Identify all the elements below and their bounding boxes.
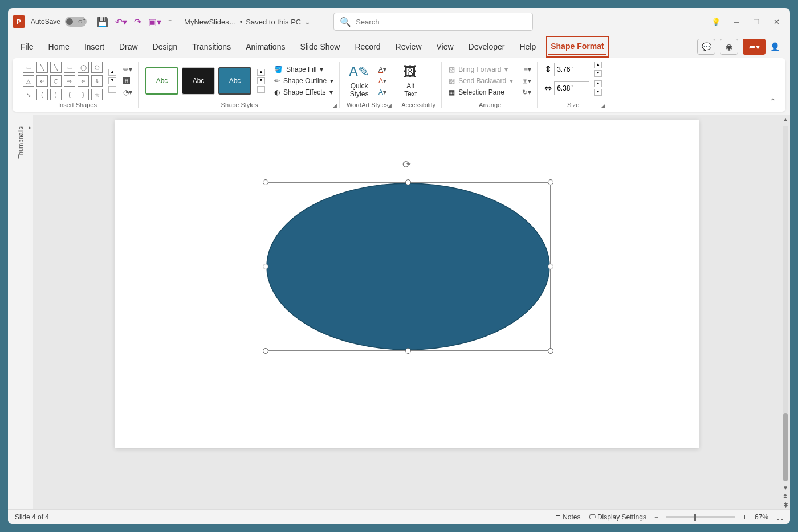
display-settings-button[interactable]: 🖵 Display Settings bbox=[589, 513, 646, 521]
scroll-track[interactable] bbox=[783, 126, 788, 481]
shape-gallery[interactable]: ▭╲╲▭◯⬠ △↩⬡⇨⇦⇩ ↘(){}☆ bbox=[23, 62, 103, 100]
send-backward-button[interactable]: ▨Send Backward ▾ bbox=[449, 77, 513, 85]
spin-down-icon[interactable]: ▼ bbox=[594, 89, 602, 96]
zoom-out-icon[interactable]: − bbox=[654, 513, 658, 521]
tab-shape-format[interactable]: Shape Format bbox=[548, 38, 606, 55]
next-slide-icon[interactable]: ⯯ bbox=[781, 501, 789, 509]
close-icon[interactable]: ✕ bbox=[773, 18, 780, 26]
tab-developer[interactable]: Developer bbox=[466, 39, 507, 55]
tab-design[interactable]: Design bbox=[150, 39, 180, 55]
tab-file[interactable]: File bbox=[18, 39, 36, 55]
tab-record[interactable]: Record bbox=[352, 39, 382, 55]
up-arrow-icon[interactable]: ▲ bbox=[257, 69, 265, 76]
undo-icon[interactable]: ↶▾ bbox=[115, 17, 127, 27]
zoom-in-icon[interactable]: + bbox=[743, 513, 747, 521]
spin-up-icon[interactable]: ▲ bbox=[594, 62, 602, 68]
style-gallery-scroll[interactable]: ▲ ▼ ⁼ bbox=[257, 69, 265, 93]
height-input[interactable] bbox=[554, 63, 589, 76]
text-effects-button[interactable]: A▾ bbox=[378, 88, 386, 96]
shape-outline-button[interactable]: ✏Shape Outline▾ bbox=[274, 77, 333, 85]
canvas-area[interactable]: ⟳ bbox=[33, 115, 781, 509]
down-arrow-icon[interactable]: ▼ bbox=[108, 77, 116, 84]
account-icon[interactable]: 👤 bbox=[770, 42, 780, 51]
chevron-down-icon[interactable]: ⌄ bbox=[304, 18, 311, 26]
quick-styles-button[interactable]: A✎ Quick Styles bbox=[347, 63, 372, 99]
resize-handle[interactable] bbox=[405, 348, 411, 354]
shape-style-3[interactable]: Abc bbox=[218, 67, 251, 95]
edit-shape-button[interactable]: ✏▾ bbox=[123, 66, 132, 73]
rotate-handle-icon[interactable]: ⟳ bbox=[402, 158, 411, 171]
text-fill-button[interactable]: A▾ bbox=[378, 66, 386, 73]
share-button[interactable]: ➦▾ bbox=[743, 39, 766, 55]
fit-to-window-icon[interactable]: ⛶ bbox=[776, 513, 783, 521]
more-icon[interactable]: ⁼ bbox=[108, 86, 116, 93]
search-box[interactable]: 🔍 bbox=[333, 13, 533, 31]
document-title-area[interactable]: MyNewSlides… • Saved to this PC ⌄ bbox=[184, 18, 311, 26]
tab-review[interactable]: Review bbox=[393, 39, 424, 55]
spin-down-icon[interactable]: ▼ bbox=[594, 70, 602, 77]
notes-button[interactable]: ≣ Notes bbox=[555, 513, 581, 521]
group-button[interactable]: ⊞▾ bbox=[522, 77, 531, 85]
dialog-launcher-icon[interactable]: ◢ bbox=[601, 103, 605, 108]
zoom-thumb[interactable] bbox=[694, 514, 696, 521]
tab-slide-show[interactable]: Slide Show bbox=[298, 39, 342, 55]
autosave-toggle[interactable]: AutoSave Off bbox=[31, 17, 87, 27]
minimize-icon[interactable]: ─ bbox=[734, 18, 739, 26]
dialog-launcher-icon[interactable]: ◢ bbox=[333, 103, 337, 108]
resize-handle[interactable] bbox=[548, 348, 553, 354]
comments-button[interactable]: 💬 bbox=[697, 39, 715, 55]
alt-text-button[interactable]: 🖼 Alt Text bbox=[401, 63, 420, 99]
resize-handle[interactable] bbox=[405, 179, 411, 185]
camera-button[interactable]: ◉ bbox=[720, 39, 738, 55]
prev-slide-icon[interactable]: ⯭ bbox=[781, 492, 789, 501]
shape-style-2[interactable]: Abc bbox=[182, 67, 215, 95]
collapse-ribbon-icon[interactable]: ⌃ bbox=[769, 97, 781, 106]
text-outline-button[interactable]: A▾ bbox=[378, 77, 386, 85]
selection-pane-button[interactable]: ▦Selection Pane bbox=[449, 88, 513, 96]
tab-help[interactable]: Help bbox=[517, 39, 538, 55]
tab-transitions[interactable]: Transitions bbox=[190, 39, 233, 55]
present-icon[interactable]: ▣▾ bbox=[148, 17, 161, 27]
save-icon[interactable]: 💾 bbox=[97, 17, 108, 27]
text-box-button[interactable]: 🅰 bbox=[123, 77, 132, 85]
width-input[interactable] bbox=[554, 81, 589, 95]
zoom-slider[interactable] bbox=[666, 516, 735, 518]
thumbnail-strip[interactable]: ▸ Thumbnails bbox=[8, 115, 33, 509]
up-arrow-icon[interactable]: ▲ bbox=[108, 69, 116, 76]
maximize-icon[interactable]: ☐ bbox=[753, 18, 760, 26]
redo-icon[interactable]: ↷ bbox=[134, 17, 141, 27]
tab-view[interactable]: View bbox=[434, 39, 456, 55]
spin-up-icon[interactable]: ▲ bbox=[594, 80, 602, 87]
qat-more-icon[interactable]: ⁼ bbox=[168, 18, 172, 26]
resize-handle[interactable] bbox=[548, 264, 553, 269]
lightbulb-icon[interactable]: 💡 bbox=[711, 18, 720, 26]
resize-handle[interactable] bbox=[263, 264, 268, 269]
tab-home[interactable]: Home bbox=[46, 39, 72, 55]
scroll-up-icon[interactable]: ▲ bbox=[781, 115, 789, 124]
resize-handle[interactable] bbox=[263, 179, 268, 185]
bring-forward-button[interactable]: ▧Bring Forward ▾ bbox=[449, 66, 513, 73]
expand-thumbnails-icon[interactable]: ▸ bbox=[28, 124, 31, 130]
shape-fill-button[interactable]: 🪣Shape Fill▾ bbox=[274, 66, 333, 73]
scroll-down-icon[interactable]: ▼ bbox=[781, 484, 789, 492]
toggle-switch[interactable]: Off bbox=[65, 17, 87, 27]
slide-counter[interactable]: Slide 4 of 4 bbox=[15, 513, 49, 521]
dialog-launcher-icon[interactable]: ◢ bbox=[388, 103, 392, 108]
tab-insert[interactable]: Insert bbox=[82, 39, 107, 55]
align-button[interactable]: ⊫▾ bbox=[522, 66, 531, 73]
shape-gallery-scroll[interactable]: ▲ ▼ ⁼ bbox=[108, 69, 116, 93]
search-input[interactable] bbox=[356, 18, 527, 26]
down-arrow-icon[interactable]: ▼ bbox=[257, 77, 265, 84]
shape-style-1[interactable]: Abc bbox=[145, 67, 178, 95]
tab-animations[interactable]: Animations bbox=[243, 39, 287, 55]
merge-shapes-button[interactable]: ◔▾ bbox=[123, 88, 132, 96]
rotate-button[interactable]: ↻▾ bbox=[522, 88, 531, 96]
selected-shape[interactable]: ⟳ bbox=[266, 182, 551, 351]
tab-draw[interactable]: Draw bbox=[117, 39, 140, 55]
zoom-level[interactable]: 67% bbox=[755, 513, 768, 521]
resize-handle[interactable] bbox=[548, 179, 553, 185]
more-icon[interactable]: ⁼ bbox=[257, 86, 265, 93]
slide[interactable]: ⟳ bbox=[115, 120, 699, 448]
scroll-thumb[interactable] bbox=[783, 413, 788, 481]
shape-effects-button[interactable]: ◐Shape Effects▾ bbox=[274, 88, 333, 96]
